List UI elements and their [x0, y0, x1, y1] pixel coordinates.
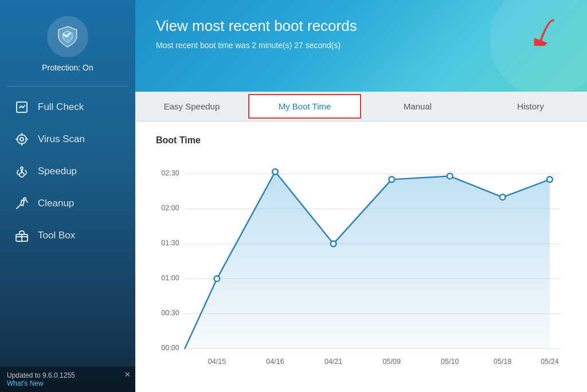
x-label-0518: 05/18 [494, 358, 511, 366]
tab-history[interactable]: History [474, 92, 587, 121]
chart-title: Boot Time [156, 135, 566, 146]
tool-box-label: Tool Box [38, 230, 75, 241]
svg-text:00:00: 00:00 [161, 344, 179, 352]
logo-area: Protection: On [0, 0, 135, 84]
tab-manual[interactable]: Manual [361, 92, 474, 121]
speedup-label: Speedup [38, 166, 77, 177]
close-update[interactable]: ✕ [124, 370, 131, 379]
activity-icon [14, 99, 30, 115]
svg-point-8 [19, 173, 24, 177]
virus-scan-icon [14, 131, 30, 147]
main-content: View most recent boot records Most recen… [135, 0, 587, 392]
data-point-0416[interactable] [272, 169, 278, 175]
sidebar-item-full-check[interactable]: Full Check [0, 91, 135, 123]
svg-text:01:00: 01:00 [161, 274, 179, 282]
chart-container: 02:30 02:00 01:30 01:00 00:30 00:00 [156, 155, 566, 379]
data-point-0524[interactable] [547, 177, 553, 182]
data-point-0509[interactable] [389, 177, 394, 182]
update-text: Updated to 9.6.0.1255 [7, 371, 128, 379]
x-label-0416: 04/16 [266, 358, 284, 366]
x-label-0415: 04/15 [208, 358, 226, 366]
sidebar: Protection: On Full Check Virus Scan [0, 0, 135, 392]
bottom-update: ✕ Updated to 9.6.0.1255 What's New [0, 367, 135, 392]
sidebar-item-tool-box[interactable]: Tool Box [0, 219, 135, 252]
tab-easy-speedup[interactable]: Easy Speedup [135, 92, 248, 121]
svg-point-3 [20, 138, 24, 141]
header-banner: View most recent boot records Most recen… [135, 0, 587, 92]
x-label-0509: 05/09 [382, 358, 400, 366]
x-label-0510: 05/10 [441, 358, 459, 366]
svg-point-2 [17, 135, 26, 144]
divider [7, 86, 128, 87]
sidebar-item-cleanup[interactable]: Cleanup [0, 187, 135, 219]
toolbox-icon [14, 228, 30, 244]
svg-text:02:30: 02:30 [161, 169, 179, 177]
chart-area-fill [185, 172, 550, 349]
sidebar-item-virus-scan[interactable]: Virus Scan [0, 123, 135, 155]
sidebar-item-speedup[interactable]: Speedup [0, 155, 135, 187]
banner-subtitle: Most recent boot time was 2 minute(s) 27… [156, 41, 566, 50]
banner-title: View most recent boot records [156, 17, 566, 35]
data-point-0518[interactable] [500, 194, 506, 200]
cleanup-label: Cleanup [38, 198, 74, 209]
svg-text:02:00: 02:00 [161, 204, 179, 212]
data-point-0421[interactable] [331, 241, 336, 247]
whats-new-link[interactable]: What's New [7, 379, 44, 387]
virus-scan-label: Virus Scan [38, 134, 85, 145]
protection-label: Protection: On [42, 63, 93, 72]
x-label-0524: 05/24 [541, 358, 558, 366]
tabs-bar: Easy Speedup My Boot Time Manual History [135, 92, 587, 121]
tab-my-boot-time[interactable]: My Boot Time [248, 94, 361, 119]
svg-text:01:30: 01:30 [161, 239, 179, 247]
chart-area: Boot Time 02:30 02:00 01:30 01:00 00:30 … [135, 121, 587, 392]
data-point-0415[interactable] [214, 276, 220, 281]
cleanup-icon [14, 195, 30, 211]
svg-text:00:30: 00:30 [161, 309, 179, 317]
speedup-icon [14, 163, 30, 179]
x-label-0421: 04/21 [324, 358, 342, 366]
full-check-label: Full Check [38, 101, 84, 113]
data-point-0510[interactable] [447, 173, 453, 179]
shield-icon [47, 16, 88, 57]
